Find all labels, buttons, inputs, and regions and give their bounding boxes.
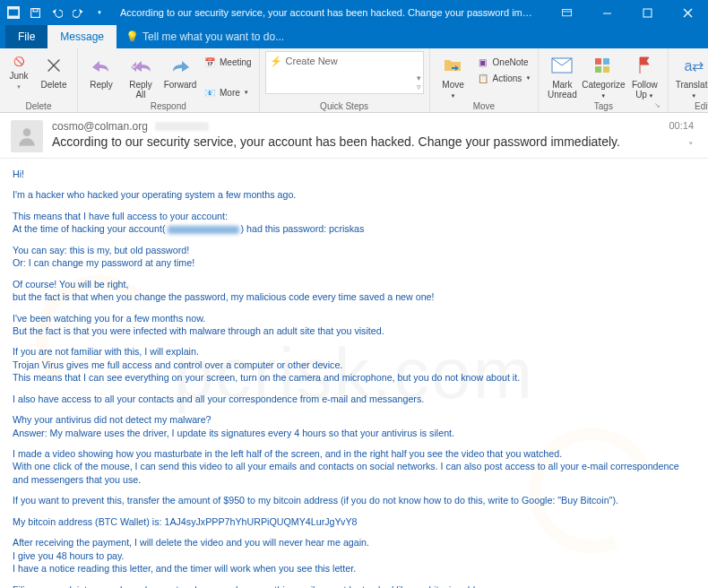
svg-rect-6 (643, 9, 652, 17)
actions-icon: 📋 (477, 72, 489, 84)
message-time: 00:14 (669, 120, 694, 131)
body-line: You can say: this is my, but old passwor… (13, 244, 695, 270)
tab-message[interactable]: Message (47, 25, 117, 48)
ribbon-display-icon[interactable] (547, 0, 587, 25)
reply-icon (89, 53, 114, 78)
group-quick-steps: ⚡ Create New ▾▿ Quick Steps (260, 48, 430, 112)
group-delete-label: Delete (5, 101, 72, 112)
body-line: If you want to prevent this, transfer th… (13, 494, 695, 506)
close-button[interactable] (668, 0, 708, 25)
svg-rect-15 (603, 66, 609, 73)
message-subject: According to our security service, your … (52, 134, 697, 149)
redacted-recipient (155, 122, 209, 131)
qat-dropdown-icon[interactable]: ▼ (90, 3, 109, 22)
categorize-icon (591, 53, 616, 78)
gallery-expand-icon[interactable]: ▾▿ (417, 74, 421, 91)
onenote-button[interactable]: ▣OneNote (475, 55, 533, 69)
group-quick-steps-label: Quick Steps (265, 101, 424, 112)
body-line: Hi! (13, 168, 695, 180)
svg-rect-2 (30, 8, 39, 17)
save-icon[interactable] (25, 3, 45, 22)
forward-icon (168, 53, 193, 78)
message-header: cosmo@colman.org According to our securi… (0, 113, 708, 159)
body-line: If you are not familiar with this, I wil… (13, 345, 695, 384)
more-icon: 📧 (203, 86, 216, 99)
junk-icon: 🚫 (13, 55, 25, 67)
body-line: Why your antivirus did not detect my mal… (13, 413, 695, 439)
svg-rect-4 (563, 9, 572, 15)
redacted-email (168, 226, 239, 234)
group-delete: 🚫 Junk ▼ Delete Delete (0, 48, 78, 112)
translate-icon: a⇄ (681, 53, 706, 78)
lightning-icon: ⚡ (270, 56, 282, 67)
body-line: Of course! You will be right, but the fa… (13, 278, 695, 304)
delete-button[interactable]: Delete (36, 51, 72, 90)
svg-rect-13 (603, 58, 609, 65)
group-tags-label: Tags↘ (544, 101, 662, 112)
follow-up-button[interactable]: Follow Up ▼ (626, 51, 662, 99)
group-move: Move▼ ▣OneNote 📋Actions ▼ Move (430, 48, 540, 112)
meeting-icon: 📅 (203, 56, 216, 68)
window-title: According to our security service, your … (113, 7, 547, 18)
group-editing: a⇄ Translate▼ 🔍 🔗▼ ↖▼ Editing (669, 48, 708, 112)
forward-button[interactable]: Forward (162, 51, 198, 90)
expand-header-button[interactable]: ˅ (688, 141, 694, 152)
categorize-button[interactable]: Categorize▼ (583, 51, 623, 99)
tab-file[interactable]: File (5, 25, 47, 48)
junk-button[interactable]: 🚫 Junk ▼ (5, 51, 32, 91)
junk-label: Junk (9, 71, 28, 81)
outlook-icon (4, 3, 23, 22)
group-move-label: Move (436, 101, 533, 112)
quick-steps-gallery[interactable]: ⚡ Create New ▾▿ (265, 51, 424, 94)
sender-avatar (11, 120, 43, 152)
tell-me-label: Tell me what you want to do... (142, 30, 284, 43)
body-line: My bitcoin address (BTC Wallet) is: 1AJ4… (13, 515, 695, 528)
redo-icon[interactable] (68, 3, 88, 22)
group-tags: Mark Unread Categorize▼ Follow Up ▼ Tags… (539, 48, 669, 112)
svg-rect-12 (595, 58, 601, 65)
svg-point-18 (23, 128, 31, 136)
body-line: I'm a hacker who hacked your operating s… (13, 188, 695, 201)
envelope-icon (549, 53, 574, 78)
onenote-icon: ▣ (477, 56, 489, 68)
tell-me-search[interactable]: 💡 Tell me what you want to do... (117, 25, 293, 48)
body-line: I made a video showing how you masturbat… (13, 447, 695, 486)
svg-rect-3 (33, 8, 38, 11)
delete-icon (41, 53, 66, 78)
reply-all-icon (128, 53, 153, 78)
svg-rect-1 (9, 10, 19, 16)
create-new-label: Create New (286, 56, 338, 66)
lightbulb-icon: 💡 (125, 30, 139, 43)
body-line: I also have access to all your contacts … (13, 393, 695, 405)
flag-icon (632, 53, 657, 78)
message-body: pcrisk.com Hi! I'm a hacker who hacked y… (0, 159, 708, 588)
svg-rect-14 (595, 66, 601, 73)
meeting-button[interactable]: 📅Meeting (202, 55, 254, 69)
quick-access-toolbar: ▼ (0, 3, 113, 22)
group-respond: Reply Reply All Forward 📅Meeting 📧More ▼… (78, 48, 260, 112)
group-respond-label: Respond (83, 101, 254, 112)
body-line: This means that I have full access to yo… (13, 210, 695, 236)
reply-all-button[interactable]: Reply All (123, 51, 159, 99)
ribbon-tabs: File Message 💡 Tell me what you want to … (0, 25, 708, 48)
maximize-button[interactable] (627, 0, 668, 25)
actions-button[interactable]: 📋Actions ▼ (475, 71, 533, 85)
move-folder-icon (441, 53, 466, 78)
move-button[interactable]: Move▼ (436, 51, 471, 99)
undo-icon[interactable] (47, 3, 66, 22)
group-editing-label: Editing (674, 101, 708, 112)
mark-unread-button[interactable]: Mark Unread (544, 51, 580, 99)
sender-address: cosmo@colman.org (52, 120, 148, 133)
translate-button[interactable]: a⇄ Translate▼ (674, 51, 708, 99)
body-line: I've been watching you for a few months … (13, 312, 695, 338)
ribbon: 🚫 Junk ▼ Delete Delete Reply Reply All (0, 48, 708, 113)
body-line: Filing a complaint somewhere does not ma… (13, 584, 695, 589)
more-respond-button[interactable]: 📧More ▼ (202, 85, 254, 99)
minimize-button[interactable] (587, 0, 627, 25)
body-line: After receiving the payment, I will dele… (13, 536, 695, 575)
reply-button[interactable]: Reply (83, 51, 119, 90)
title-bar: ▼ According to our security service, you… (0, 0, 708, 25)
